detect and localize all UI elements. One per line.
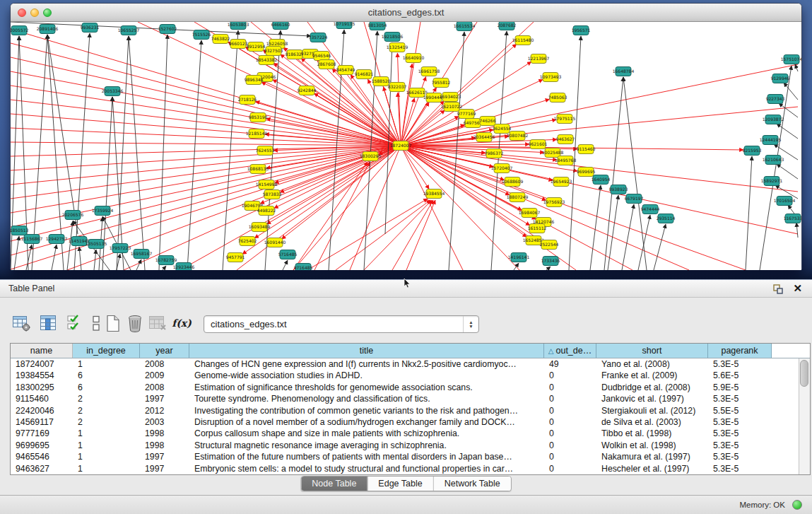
table-scrollbar[interactable] [799, 358, 810, 474]
table-panel-title: Table Panel [8, 284, 54, 293]
node-label: 20891406 [37, 26, 59, 31]
table-selector-dropdown[interactable]: citations_edges.txt ▲▼ [204, 315, 479, 333]
table-body[interactable]: 1872400712008Changes of HCN gene express… [11, 358, 799, 474]
node-label: 19654923 [551, 179, 572, 184]
table-cell: 9699695 [11, 440, 73, 451]
node-label: 7955812 [432, 80, 451, 85]
table-cell: Wolkin et al. (1998) [596, 440, 708, 451]
function-builder-icon[interactable]: f(x) [172, 313, 192, 333]
column-header-title[interactable]: title [189, 344, 544, 358]
table-cell: Nakamura et al. (1997) [596, 451, 708, 462]
node-label: 20206576 [62, 212, 84, 217]
close-window-button[interactable] [18, 8, 26, 17]
node-label: 16958167 [131, 251, 153, 256]
table-cell: 5.3E-5 [708, 428, 772, 439]
column-header-out-degree[interactable]: △out_de… [544, 344, 596, 358]
node-label: 9699695 [577, 169, 596, 174]
table-cell: 14569117 [11, 416, 73, 428]
table-row[interactable]: 1456911722003Disruption of a novel membe… [11, 416, 799, 428]
table-cell: 2012 [140, 405, 189, 416]
node-label: 11325419 [387, 45, 408, 49]
select-all-icon[interactable] [65, 313, 85, 333]
network-window[interactable]: citations_edges.txt 74638229660123891295… [10, 3, 802, 270]
column-header-in-degree[interactable]: in_degree [73, 344, 140, 358]
table-cell: 2 [73, 405, 140, 416]
table-cell: 0 [544, 370, 596, 381]
node-label: 9242844 [298, 88, 317, 93]
minimize-window-button[interactable] [30, 8, 39, 17]
node-label: 9896348 [245, 77, 264, 82]
node-label: 7357224 [309, 35, 328, 40]
table-cell: 0 [544, 463, 596, 474]
network-view[interactable]: 7463822966012389129541522605893275031854… [11, 22, 801, 270]
show-column-icon[interactable] [38, 313, 58, 333]
network-window-title: citations_edges.txt [11, 4, 801, 22]
node-label: 9474444 [641, 206, 660, 211]
delete-table-icon[interactable] [148, 313, 167, 333]
table-cell: 5.3E-5 [708, 463, 772, 474]
delete-column-icon[interactable] [125, 313, 145, 333]
node-label: 13505135 [86, 241, 107, 246]
node-label: 8912954 [247, 44, 266, 49]
table-cell: 2003 [140, 416, 189, 428]
node-label: 9463627 [556, 136, 575, 141]
node-label: 6466160 [271, 22, 290, 27]
column-header-year[interactable]: year [140, 344, 189, 358]
node-label: 10688609 [502, 179, 524, 184]
new-column-icon[interactable] [103, 313, 123, 333]
node-label: 8813054 [368, 23, 387, 28]
column-header-short[interactable]: short [596, 344, 708, 358]
node-label: 11156867 [21, 236, 43, 241]
table-row[interactable]: 1830029562008Estimation of significance … [11, 382, 799, 393]
node-label: 16640910 [403, 55, 425, 60]
table-row[interactable]: 969969511998Structural magnetic resonanc… [11, 440, 799, 451]
tab-edge-table[interactable]: Edge Table [367, 477, 433, 491]
tab-node-table[interactable]: Node Table [301, 477, 367, 491]
network-graph[interactable]: 7463822966012389129541522605893275031854… [11, 22, 801, 270]
node-label: 12942757 [46, 236, 68, 241]
memory-ok-indicator[interactable] [792, 500, 802, 510]
column-header-name[interactable]: name [11, 344, 73, 358]
node-label: 15720407 [491, 165, 513, 170]
table-cell: 1998 [140, 428, 189, 439]
column-header-filler [772, 344, 810, 358]
node-label: 1527602 [158, 26, 177, 31]
table-row[interactable]: 946554611997Estimation of the future num… [11, 451, 799, 462]
table-cell: 1997 [140, 451, 189, 462]
node-label: 1850513 [11, 228, 29, 233]
zoom-window-button[interactable] [43, 8, 52, 17]
node-label: 2718126 [238, 97, 257, 102]
node-label: 9936231 [81, 25, 100, 30]
node-label: 2522544 [540, 242, 559, 247]
table-cell: Hescheler et al. (1997) [596, 463, 708, 474]
network-window-titlebar[interactable]: citations_edges.txt [11, 4, 801, 22]
table-cell: Disruption of a novel member of a sodium… [189, 416, 544, 428]
table-row[interactable]: 1872400712008Changes of HCN gene express… [11, 358, 799, 370]
table-row[interactable]: 1938455462009Genome-wide association stu… [11, 370, 799, 381]
float-panel-icon[interactable] [772, 284, 784, 295]
node-label: 12923446 [173, 264, 195, 269]
table-cell: 49 [544, 358, 596, 370]
table-row[interactable]: 2242004622012Investigating the contribut… [11, 405, 799, 416]
node-label: 4498222 [257, 208, 276, 213]
tab-network-table[interactable]: Network Table [433, 477, 511, 491]
node-label: 1615112 [528, 226, 547, 230]
table-cell: 2009 [140, 370, 189, 381]
column-header-pagerank[interactable]: pagerank [708, 344, 772, 358]
node-label: 9716485 [294, 265, 313, 270]
scrollbar-thumb[interactable] [800, 360, 808, 387]
node-label: 16648784 [613, 69, 635, 74]
table-row[interactable]: 946362711997Embryonic stem cells: a mode… [11, 463, 799, 474]
node-label: 18807249 [507, 194, 529, 199]
close-panel-icon[interactable]: ✕ [793, 282, 802, 295]
table-settings-icon[interactable] [11, 313, 31, 333]
table-cell: 2008 [140, 382, 189, 393]
table-cell: 2008 [140, 358, 189, 370]
table-cell: 5.3E-5 [708, 451, 772, 462]
node-label: 10973493 [540, 74, 562, 79]
node-label: 7625402 [238, 238, 257, 243]
table-row[interactable]: 911546021997Tourette syndrome. Phenomeno… [11, 393, 799, 404]
table-row[interactable]: 977716911998Corpus callosum shape and si… [11, 428, 799, 439]
table-cell: Tourette syndrome. Phenomenology and cla… [189, 393, 544, 404]
node-label: 8322037 [388, 84, 407, 89]
